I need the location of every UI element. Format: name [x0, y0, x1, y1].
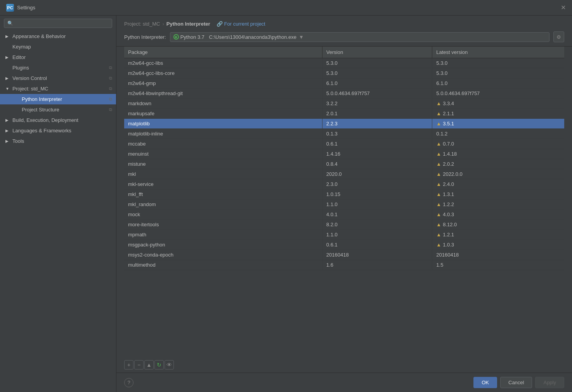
- latest-version-cell: 6.1.0: [432, 78, 564, 88]
- table-row[interactable]: mpmath1.1.0▲1.2.1: [124, 230, 564, 240]
- latest-version-cell: ▲1.3.1: [432, 189, 564, 199]
- table-row[interactable]: more-itertools8.2.0▲8.12.0: [124, 220, 564, 230]
- upgrade-arrow-icon: ▲: [436, 101, 441, 106]
- version-cell: 2.3.0: [322, 179, 432, 189]
- package-cell: mkl: [124, 169, 322, 179]
- latest-version-cell: ▲2.0.2: [432, 159, 564, 169]
- version-cell: 0.8.4: [322, 159, 432, 169]
- sidebar-item-languages-frameworks[interactable]: ▶Languages & Frameworks: [0, 125, 116, 136]
- table-header-row: Package Version Latest version: [124, 47, 564, 58]
- table-row[interactable]: m2w64-libwinpthread-git5.0.0.4634.697f75…: [124, 88, 564, 99]
- table-row[interactable]: m2w64-gcc-libs-core5.3.05.3.0: [124, 68, 564, 78]
- latest-version-cell: ▲3.3.4: [432, 99, 564, 109]
- refresh-packages-button[interactable]: ↻: [154, 360, 164, 369]
- version-cell: 6.1.0: [322, 78, 432, 88]
- table-row[interactable]: mccabe0.6.1▲0.7.0: [124, 139, 564, 149]
- sidebar-item-python-interpreter[interactable]: Python Interpreter⧉: [0, 94, 116, 104]
- latest-version-cell: 20160418: [432, 250, 564, 260]
- table-row[interactable]: markdown3.2.2▲3.3.4: [124, 99, 564, 109]
- table-row[interactable]: msgpack-python0.6.1▲1.0.3: [124, 240, 564, 250]
- version-cell: 1.1.0: [322, 199, 432, 210]
- package-cell: matplotlib: [124, 119, 322, 129]
- breadcrumb-project: Project: std_MC: [124, 21, 160, 27]
- sidebar-item-label: Languages & Frameworks: [12, 128, 71, 134]
- interpreter-select[interactable]: Python 3.7 C:\Users\13004\anaconda3\pyth…: [170, 32, 549, 42]
- help-button[interactable]: ?: [124, 378, 133, 387]
- upgrade-arrow-icon: ▲: [436, 161, 441, 167]
- sidebar-item-project-structure[interactable]: Project Structure⧉: [0, 104, 116, 115]
- sidebar-item-version-control[interactable]: ▶Version Control⧉: [0, 73, 116, 83]
- table-row[interactable]: mkl-service2.3.0▲2.4.0: [124, 179, 564, 189]
- sidebar-item-label: Build, Execution, Deployment: [12, 117, 78, 123]
- chevron-icon: ▶: [5, 55, 11, 59]
- breadcrumb: Project: std_MC › Python Interpreter 🔗 F…: [124, 21, 564, 27]
- sidebar-item-label: Plugins: [12, 65, 29, 71]
- version-cell: 0.1.3: [322, 129, 432, 139]
- footer-buttons: OK Cancel Apply: [473, 377, 564, 388]
- chevron-icon: ▶: [5, 139, 11, 143]
- sidebar-item-project-std-mc[interactable]: ▼Project: std_MC⧉: [0, 83, 116, 94]
- sidebar-item-plugins[interactable]: Plugins⧉: [0, 62, 116, 73]
- table-row[interactable]: markupsafe2.0.1▲2.1.1: [124, 109, 564, 119]
- cancel-button[interactable]: Cancel: [500, 377, 532, 388]
- copy-icon: ⧉: [109, 97, 112, 102]
- sidebar-item-build-exec-deploy[interactable]: ▶Build, Execution, Deployment: [0, 115, 116, 125]
- table-row[interactable]: mistune0.8.4▲2.0.2: [124, 159, 564, 169]
- table-row[interactable]: mkl_random1.1.0▲1.2.2: [124, 199, 564, 210]
- apply-button[interactable]: Apply: [535, 377, 564, 388]
- upgrade-package-button[interactable]: ▲: [144, 360, 154, 369]
- table-row[interactable]: matplotlib-inline0.1.30.1.2: [124, 129, 564, 139]
- version-cell: 4.0.1: [322, 210, 432, 220]
- col-latest: Latest version: [432, 47, 564, 58]
- sidebar-item-tools[interactable]: ▶Tools: [0, 136, 116, 146]
- show-options-button[interactable]: 👁: [165, 360, 174, 369]
- latest-version-cell: ▲3.5.1: [432, 119, 564, 129]
- table-row[interactable]: m2w64-gmp6.1.06.1.0: [124, 78, 564, 88]
- table-row[interactable]: multimethod1.61.5: [124, 260, 564, 270]
- table-row[interactable]: matplotlib2.2.3▲3.5.1: [124, 119, 564, 129]
- add-package-button[interactable]: +: [124, 360, 133, 369]
- package-cell: mpmath: [124, 230, 322, 240]
- search-box[interactable]: 🔍: [4, 19, 112, 28]
- packages-table-container: Package Version Latest version m2w64-gcc…: [124, 47, 564, 358]
- package-cell: mkl_random: [124, 199, 322, 210]
- remove-package-button[interactable]: −: [134, 360, 144, 369]
- latest-version-cell: ▲8.12.0: [432, 220, 564, 230]
- gear-button[interactable]: ⚙: [553, 31, 564, 42]
- latest-version-cell: ▲1.2.2: [432, 199, 564, 210]
- sidebar-item-editor[interactable]: ▶Editor: [0, 52, 116, 62]
- breadcrumb-separator: ›: [162, 21, 164, 27]
- breadcrumb-page: Python Interpreter: [166, 21, 210, 27]
- upgrade-arrow-icon: ▲: [436, 212, 441, 217]
- table-row[interactable]: mkl2020.0▲2022.0.0: [124, 169, 564, 179]
- upgrade-arrow-icon: ▲: [436, 232, 441, 238]
- sidebar-item-label: Editor: [12, 54, 26, 60]
- table-row[interactable]: mock4.0.1▲4.0.3: [124, 210, 564, 220]
- footer-left: ?: [124, 378, 133, 387]
- table-row[interactable]: mkl_fft1.0.15▲1.3.1: [124, 189, 564, 199]
- sidebar-item-label: Project: std_MC: [12, 86, 48, 92]
- col-package: Package: [124, 47, 322, 58]
- ok-button[interactable]: OK: [473, 377, 497, 388]
- package-cell: matplotlib-inline: [124, 129, 322, 139]
- sidebar-item-label: Tools: [12, 138, 24, 144]
- search-input[interactable]: [15, 21, 109, 26]
- interpreter-label: Python Interpreter:: [124, 34, 166, 40]
- sidebar-item-appearance[interactable]: ▶Appearance & Behavior: [0, 31, 116, 42]
- packages-tbody: m2w64-gcc-libs5.3.05.3.0m2w64-gcc-libs-c…: [124, 58, 564, 270]
- sidebar-item-keymap[interactable]: Keymap: [0, 42, 116, 52]
- chevron-icon: ▼: [5, 87, 11, 91]
- version-cell: 20160418: [322, 250, 432, 260]
- table-row[interactable]: m2w64-gcc-libs5.3.05.3.0: [124, 58, 564, 68]
- main-content: 🔍 ▶Appearance & BehaviorKeymap▶EditorPlu…: [0, 16, 572, 392]
- python-icon: [173, 34, 179, 40]
- close-button[interactable]: ✕: [561, 4, 566, 11]
- version-cell: 1.4.16: [322, 149, 432, 159]
- upgrade-arrow-icon: ▲: [436, 201, 441, 207]
- package-cell: markdown: [124, 99, 322, 109]
- table-row[interactable]: msys2-conda-epoch2016041820160418: [124, 250, 564, 260]
- for-current-project-link[interactable]: 🔗 For current project: [217, 21, 265, 27]
- table-row[interactable]: menuinst1.4.16▲1.4.18: [124, 149, 564, 159]
- version-cell: 3.2.2: [322, 99, 432, 109]
- interpreter-row: Python Interpreter: Python 3.7 C:\Users\…: [124, 31, 564, 42]
